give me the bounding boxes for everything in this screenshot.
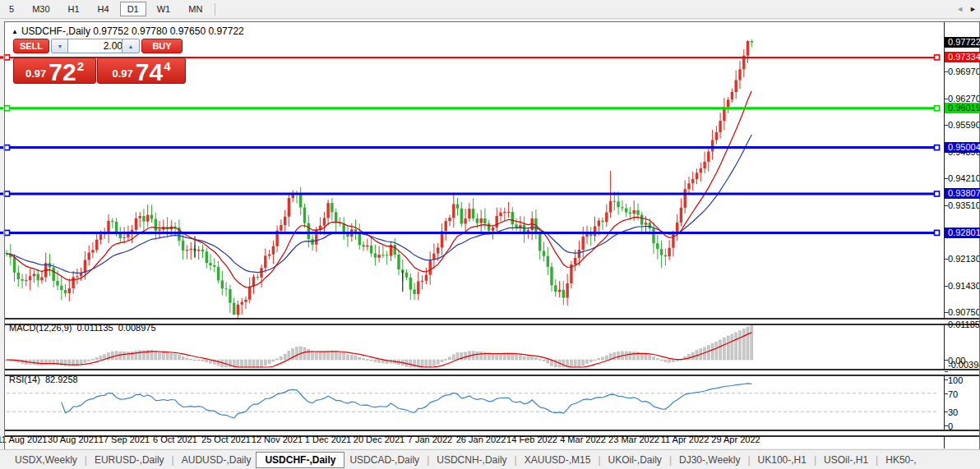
macd-axis-label: -0.003944 <box>948 360 980 370</box>
macd-axis-label: 0.011853 <box>948 320 980 329</box>
rsi-label-row: RSI(14)82.9258 <box>9 375 83 384</box>
date-tick-label: 7 Jan 2022 <box>408 435 452 444</box>
tab-separator: | <box>876 454 878 466</box>
timeframe-d1[interactable]: D1 <box>120 2 146 16</box>
chart-title: ▲USDCHF-,Daily 0.97752 0.97780 0.97650 0… <box>12 25 244 37</box>
timeframe-m30[interactable]: M30 <box>25 2 57 16</box>
price-tick-label: 0.95590 <box>948 120 980 130</box>
level-price-badge: 0.97334 <box>945 52 980 62</box>
rsi-axis-label: 0 <box>948 421 953 431</box>
buy-price-button[interactable]: 0.97744 <box>97 57 186 84</box>
volume-increase-button[interactable]: ▲ <box>122 39 140 53</box>
tab-dj30-weekly[interactable]: DJ30-,Weekly <box>674 452 745 468</box>
date-tick-label: 11 Aug 2021 <box>0 435 47 444</box>
tab-separator: | <box>598 454 600 466</box>
rsi-name: RSI(14) <box>9 375 40 384</box>
tab-scroll-right-icon[interactable]: ► <box>969 5 977 13</box>
macd-signal-value: 0.008975 <box>118 323 156 333</box>
date-tick-label: 26 Jan 2022 <box>456 435 506 444</box>
sell-button[interactable]: SELL <box>13 39 49 53</box>
rsi-axis-label: 100 <box>948 375 963 385</box>
sell-price-pip: 2 <box>77 59 84 73</box>
price-tick-label: 0.93510 <box>948 200 980 210</box>
tab-xauusd-m15[interactable]: XAUUSD-,M15 <box>520 452 596 468</box>
price-tick-label: 0.96270 <box>948 94 980 103</box>
date-tick-label: 25 Oct 2021 <box>201 435 251 444</box>
symbol-tab-bar: USDX,Weekly|EURUSD-,Daily|AUDUSD-,DailyU… <box>0 449 980 469</box>
level-price-badge: 0.96019 <box>945 103 980 113</box>
pane-separator-rsi[interactable] <box>5 369 980 376</box>
price-tick-label: 0.91430 <box>948 281 980 291</box>
chart-ohlc-values: 0.97752 0.97780 0.97650 0.97722 <box>93 25 244 37</box>
rsi-axis-label: 70 <box>948 389 958 399</box>
macd-label-row: MACD(12,26,9)0.0111350.008975 <box>9 323 161 333</box>
chart-symbol-period: USDCHF-,Daily <box>21 25 90 37</box>
level-price-badge: 0.95004 <box>945 142 980 153</box>
axis-tick-mark <box>945 371 948 372</box>
buy-button[interactable]: BUY <box>141 39 183 53</box>
toolbar-separator <box>215 3 215 16</box>
macd-main-value: 0.011135 <box>76 323 113 333</box>
tab-usdchf-daily[interactable]: USDCHF-,Daily <box>256 452 344 468</box>
tab-separator: | <box>814 454 816 466</box>
date-tick-label: 4 Mar 2022 <box>560 435 606 444</box>
tab-separator: | <box>85 454 87 466</box>
tab-usdcad-daily[interactable]: USDCAD-,Daily <box>344 452 424 468</box>
price-tick-label: 0.96970 <box>948 67 980 76</box>
date-tick-label: 1 Dec 2021 <box>305 435 351 444</box>
collapse-triangle-icon[interactable]: ▲ <box>12 28 18 35</box>
timeframe-toolbar: 5M30H1H4D1W1MN <box>0 0 980 19</box>
buy-price-prefix: 0.97 <box>112 67 132 80</box>
date-tick-label: 12 Nov 2021 <box>252 435 303 444</box>
tab-scroll-arrows: ◄► <box>955 3 978 15</box>
date-tick-label: 6 Oct 2021 <box>153 435 197 444</box>
date-tick-label: 20 Dec 2021 <box>354 435 404 444</box>
tab-separator: | <box>172 454 174 466</box>
sell-price-button[interactable]: 0.97722 <box>13 57 96 84</box>
date-tick-label: 23 Mar 2022 <box>608 435 659 444</box>
timeframe-5[interactable]: 5 <box>2 2 21 16</box>
tab-audusd-daily[interactable]: AUDUSD-,Daily <box>177 452 257 468</box>
sell-price-prefix: 0.97 <box>25 67 46 80</box>
sell-price-big: 72 <box>49 61 76 83</box>
tab-separator: | <box>515 454 517 466</box>
current-price-badge: 0.97722 <box>945 37 980 48</box>
buy-price-pip: 4 <box>164 59 170 73</box>
tab-ukoil-daily[interactable]: UKOil-,Daily <box>603 452 667 468</box>
volume-input[interactable]: 2.00 <box>67 39 127 53</box>
rsi-line <box>62 384 752 418</box>
macd-name: MACD(12,26,9) <box>9 323 72 333</box>
date-tick-label: 29 Apr 2022 <box>711 435 760 444</box>
tab-usoil-h1[interactable]: USOil-,H1 <box>819 452 873 468</box>
tab-separator: | <box>669 454 672 466</box>
tab-usdx-weekly[interactable]: USDX,Weekly <box>10 452 82 468</box>
date-tick-label: 11 Apr 2022 <box>661 435 710 444</box>
timeframe-mn[interactable]: MN <box>181 2 210 16</box>
level-price-badge: 0.93807 <box>945 188 980 199</box>
tab-uk100-h1[interactable]: UK100-,H1 <box>753 452 811 468</box>
price-tick-label: 0.90750 <box>948 307 980 317</box>
buy-price-big: 74 <box>136 61 163 83</box>
date-tick-label: 14 Feb 2022 <box>506 435 557 444</box>
tab-separator: | <box>427 454 429 466</box>
date-tick-label: 30 Aug 2021 <box>48 435 99 444</box>
tab-scroll-left-icon[interactable]: ◄ <box>956 5 964 13</box>
level-price-badge: 0.92801 <box>945 228 980 238</box>
tab-hk50[interactable]: HK50-, <box>881 452 921 468</box>
price-tick-label: 0.94210 <box>948 173 980 183</box>
timeframe-h1[interactable]: H1 <box>61 2 87 16</box>
volume-decrease-button[interactable]: ▼ <box>51 39 69 53</box>
date-tick-label: 17 Sep 2021 <box>99 435 150 444</box>
tab-separator: | <box>747 454 750 466</box>
tab-usdcnh-daily[interactable]: USDCNH-,Daily <box>432 452 511 468</box>
tab-eurusd-daily[interactable]: EURUSD-,Daily <box>90 452 169 468</box>
rsi-axis-label: 30 <box>948 407 958 417</box>
timeframe-h4[interactable]: H4 <box>90 2 117 16</box>
rsi-value: 82.9258 <box>45 375 78 384</box>
price-tick-label: 0.92130 <box>948 254 980 264</box>
timeframe-w1[interactable]: W1 <box>150 2 178 16</box>
